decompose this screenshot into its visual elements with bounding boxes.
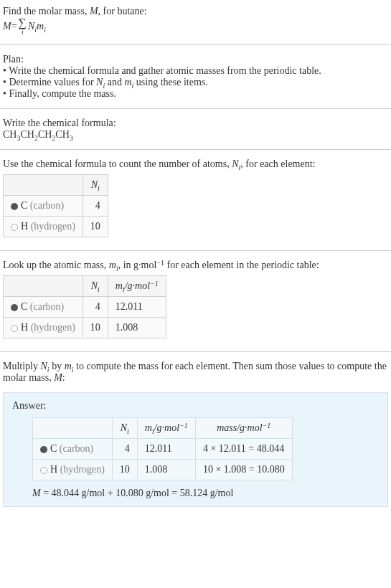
carbon-gray: (carbon)	[60, 443, 93, 454]
plan-bullet-2: • Determine values for Ni and mi using t…	[3, 77, 388, 88]
carbon-gray: (carbon)	[30, 200, 64, 211]
divider	[0, 108, 391, 109]
intro-M: M	[90, 6, 98, 16]
s3-a: Look up the atomic mass,	[3, 260, 109, 270]
table-row: H (hydrogen) 10	[4, 217, 108, 237]
carbon-m: 12.011	[137, 439, 195, 460]
hydrogen-n: 10	[83, 318, 108, 338]
h-i: i	[98, 285, 100, 293]
header-empty	[33, 418, 113, 439]
plan-b2-m: m	[124, 77, 131, 87]
carbon-n: 4	[83, 297, 108, 318]
h-i: i	[127, 427, 129, 435]
chem-sub: 2	[52, 134, 55, 142]
sum-index: i	[22, 29, 24, 36]
hydrogen-m: 1.008	[137, 460, 195, 480]
hydrogen-cell: H (hydrogen)	[4, 217, 83, 237]
eq-equals: =	[11, 21, 17, 32]
s4-mi: i	[72, 366, 74, 374]
step4-section: Multiply Ni by mi to compute the mass fo…	[0, 355, 391, 389]
chem-sub: 2	[34, 134, 38, 142]
carbon-cell: C (carbon)	[4, 196, 83, 217]
chem-sub: 3	[70, 134, 73, 142]
s4-M: M	[54, 372, 62, 383]
step3-section: Look up the atomic mass, mi, in g·mol−1 …	[0, 254, 391, 348]
carbon-dot-icon	[11, 304, 18, 311]
step2-a: Use the chemical formula to count the nu…	[3, 158, 232, 169]
table-header-row: Ni mi/g·mol−1 mass/g·mol−1	[33, 418, 293, 439]
hydrogen-calc: 10 × 1.008 = 10.080	[195, 460, 292, 480]
answer-table: Ni mi/g·mol−1 mass/g·mol−1 C (carbon) 4 …	[32, 417, 293, 480]
eq-M: M	[3, 21, 11, 32]
final-M: M	[32, 488, 41, 498]
s4-a: Multiply	[3, 361, 41, 371]
hydrogen-cell: H (hydrogen)	[33, 460, 113, 480]
h-neg1: −1	[263, 422, 271, 430]
chem-ch1: CH	[3, 129, 17, 140]
hydrogen-cell: H (hydrogen)	[4, 318, 83, 338]
plan-bullet-1: • Write the chemical formula and gather …	[3, 65, 388, 77]
intro-section: Find the molar mass, M, for butane: M = …	[0, 0, 391, 42]
hydrogen-gray: (hydrogen)	[31, 322, 75, 333]
table-row: H (hydrogen) 10 1.008 10 × 1.008 = 10.08…	[33, 460, 293, 480]
h-unit: /g·mol	[154, 422, 179, 433]
h-mi: i	[123, 285, 125, 293]
header-empty	[4, 276, 83, 297]
s3-c: for each element in the periodic table:	[164, 260, 319, 270]
carbon-label: C	[50, 443, 60, 454]
carbon-n: 4	[83, 196, 108, 217]
s4-Ni: i	[47, 366, 50, 374]
summation-symbol: ∑ i	[19, 17, 27, 36]
s3-i: i	[116, 265, 118, 272]
h-neg1: −1	[150, 280, 159, 288]
h-mi: i	[152, 427, 154, 435]
chemical-formula: CH3CH2CH2CH3	[3, 129, 388, 141]
step4-text: Multiply Ni by mi to compute the mass fo…	[3, 361, 388, 384]
chem-ch4: CH	[55, 129, 69, 140]
divider	[0, 44, 391, 45]
table-header-row: Ni mi/g·mol−1	[4, 276, 166, 297]
plan-b2-mi: i	[132, 82, 134, 90]
header-mass: mass/g·mol−1	[195, 418, 292, 439]
s3-m: m	[109, 260, 116, 270]
header-Ni: Ni	[112, 418, 137, 439]
h-m: m	[145, 422, 152, 433]
h-i: i	[98, 184, 100, 192]
answer-content: Ni mi/g·mol−1 mass/g·mol−1 C (carbon) 4 …	[12, 417, 379, 499]
answer-label: Answer:	[12, 400, 379, 412]
step2-text: Use the chemical formula to count the nu…	[3, 158, 388, 170]
plan-section: Plan: • Write the chemical formula and g…	[0, 48, 391, 105]
intro-line: Find the molar mass, M, for butane:	[3, 6, 388, 17]
step2-section: Use the chemical formula to count the nu…	[0, 153, 391, 247]
h-neg1: −1	[179, 422, 188, 430]
table-row: H (hydrogen) 10 1.008	[4, 318, 166, 338]
s4-c: :	[62, 372, 65, 383]
h-m: m	[116, 280, 123, 291]
divider	[0, 250, 391, 251]
header-Ni: Ni	[83, 175, 108, 196]
carbon-dot-icon	[11, 203, 18, 210]
final-text: = 48.044 g/mol + 10.080 g/mol = 58.124 g…	[41, 488, 234, 498]
carbon-label: C	[21, 200, 30, 211]
step1-text: Write the chemical formula:	[3, 118, 388, 129]
intro-text: Find the molar mass,	[3, 6, 90, 16]
hydrogen-label: H	[21, 322, 31, 333]
hydrogen-dot-icon	[11, 325, 18, 332]
eq-N: N	[28, 21, 34, 32]
table-row: C (carbon) 4 12.011 4 × 12.011 = 48.044	[33, 439, 293, 460]
carbon-dot-icon	[40, 446, 47, 453]
plan-b2-Ni: i	[103, 82, 105, 90]
hydrogen-gray: (hydrogen)	[31, 221, 75, 232]
carbon-m: 12.011	[108, 297, 166, 318]
h-N: N	[121, 422, 127, 433]
header-Ni: Ni	[83, 276, 108, 297]
s4-by: by	[50, 361, 65, 371]
chem-ch2: CH	[20, 129, 34, 140]
answer-box: Answer: Ni mi/g·mol−1 mass/g·mol−1 C (ca…	[3, 392, 388, 507]
hydrogen-label: H	[50, 464, 60, 475]
step3-text: Look up the atomic mass, mi, in g·mol−1 …	[3, 260, 388, 271]
hydrogen-n: 10	[83, 217, 108, 237]
divider	[0, 351, 391, 352]
eq-m: m	[37, 21, 44, 32]
h-unit: /g·mol	[125, 280, 150, 291]
